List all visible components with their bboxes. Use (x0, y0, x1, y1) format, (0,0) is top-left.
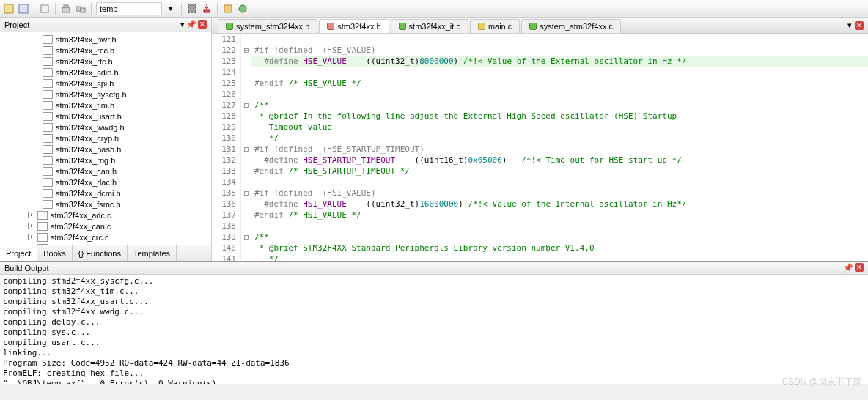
tree-file[interactable]: stm32f4xx_cryp.h (0, 133, 211, 144)
options-icon[interactable] (186, 3, 198, 15)
tab-label: stm32f4xx_it.c (409, 22, 460, 31)
build-output-panel: Build Output 📌 ✕ compiling stm32f4xx_sys… (0, 261, 868, 384)
tab-label: Project (6, 249, 31, 258)
tree-file[interactable]: +stm32f4xx_crc.c (0, 232, 211, 242)
expand-icon[interactable]: + (28, 223, 34, 229)
editor-tab[interactable]: stm32f4xx.h (319, 19, 389, 33)
rebuild-icon[interactable] (75, 3, 87, 15)
pin-icon[interactable]: 📌 (186, 20, 196, 29)
close-icon[interactable]: ✕ (198, 20, 207, 29)
tree-item-label: stm32f4xx_fsmc.h (56, 200, 121, 209)
tree-item-label: stm32f4xx_hash.h (56, 145, 121, 154)
tree-item-label: stm32f4xx_syscfg.h (56, 90, 127, 99)
tree-file[interactable]: stm32f4xx_dac.h (0, 177, 211, 188)
tree-file[interactable]: stm32f4xx_tim.h (0, 100, 211, 111)
tree-item-label: stm32f4xx_tim.h (56, 101, 114, 110)
target-select[interactable] (96, 2, 162, 15)
line-gutter: 1211221231241251261271281291301311321331… (212, 34, 241, 261)
tab-label: main.c (488, 22, 512, 31)
tree-file[interactable]: stm32f4xx_sdio.h (0, 67, 211, 78)
file-h-icon (43, 35, 53, 44)
separator (34, 3, 34, 15)
file-h-icon (43, 68, 53, 77)
build-output-title: Build Output (4, 264, 49, 273)
fold-column[interactable]: ⊟ ⊟ ⊟ ⊟ ⊟ ⊟ (241, 34, 251, 261)
tree-file[interactable]: stm32f4xx_pwr.h (0, 34, 211, 45)
tree-item-label: stm32f4xx_can.h (56, 167, 117, 176)
code-editor[interactable]: 1211221231241251261271281291301311321331… (212, 34, 868, 261)
tree-item-label: stm32f4xx_wwdg.h (56, 123, 125, 132)
project-panel-title: Project (4, 21, 29, 29)
svg-rect-4 (64, 5, 68, 7)
pin-icon[interactable]: 📌 (843, 263, 853, 273)
build-output-header: Build Output 📌 ✕ (0, 262, 868, 275)
tree-file[interactable]: stm32f4xx_fsmc.h (0, 199, 211, 210)
toolbar-button[interactable] (222, 3, 234, 15)
tree-file[interactable]: stm32f4xx_rng.h (0, 155, 211, 166)
tree-file[interactable]: +stm32f4xx_can.c (0, 221, 211, 232)
tree-item-label: stm32f4xx_rng.h (56, 156, 115, 165)
separator (181, 3, 182, 15)
toolbar-button[interactable] (39, 3, 51, 15)
svg-rect-1 (19, 4, 28, 13)
file-h-icon (43, 156, 53, 165)
project-panel-header: Project ▾ 📌 ✕ (0, 18, 211, 32)
project-tree[interactable]: stm32f4xx_pwr.hstm32f4xx_rcc.hstm32f4xx_… (0, 32, 211, 245)
tree-file[interactable]: stm32f4xx_spi.h (0, 78, 211, 89)
toolbar-button[interactable] (3, 3, 15, 15)
tab-label: Templates (133, 249, 170, 258)
editor-panel: system_stm32f4xx.hstm32f4xx.hstm32f4xx_i… (212, 18, 868, 261)
close-tab-icon[interactable]: ✕ (855, 21, 864, 30)
build-icon[interactable] (60, 3, 72, 15)
tree-file[interactable]: stm32f4xx_wwdg.h (0, 122, 211, 133)
panel-tab[interactable]: Books (37, 245, 73, 261)
file-h-icon (43, 200, 53, 209)
tab-label: system_stm32f4xx.h (236, 22, 309, 31)
tree-item-label: stm32f4xx_rcc.h (56, 46, 114, 55)
tree-item-label: stm32f4xx_usart.h (56, 112, 122, 121)
editor-tab[interactable]: system_stm32f4xx.h (218, 19, 317, 33)
tree-file[interactable]: stm32f4xx_rcc.h (0, 45, 211, 56)
dropdown-icon[interactable]: ▾ (165, 3, 177, 15)
expand-icon[interactable]: + (28, 234, 34, 240)
tree-item-label: stm32f4xx_adc.c (51, 211, 111, 220)
panel-bottom-tabs: ProjectBooks{} FunctionsTemplates (0, 245, 211, 261)
file-h-icon (43, 123, 53, 132)
download-icon[interactable] (201, 3, 213, 15)
expand-icon[interactable]: + (28, 212, 34, 218)
tree-file[interactable]: stm32f4xx_can.h (0, 166, 211, 177)
toolbar-button[interactable] (18, 3, 29, 15)
panel-tab[interactable]: {} Functions (73, 245, 128, 261)
file-h-icon (43, 178, 53, 187)
editor-tab[interactable]: main.c (470, 19, 520, 33)
svg-rect-8 (224, 5, 232, 12)
tree-item-label: stm32f4xx_spi.h (56, 79, 114, 88)
file-h-icon (43, 57, 53, 66)
tree-file[interactable]: stm32f4xx_rtc.h (0, 56, 211, 67)
file-h-icon (43, 46, 53, 55)
toolbar-button[interactable] (237, 3, 249, 15)
main-toolbar: ▾ (0, 0, 868, 18)
file-h-icon (43, 101, 53, 110)
tree-file[interactable]: stm32f4xx_hash.h (0, 144, 211, 155)
tree-file[interactable]: +stm32f4xx_adc.c (0, 210, 211, 221)
panel-tab[interactable]: Project (0, 245, 37, 261)
file-h-icon (43, 167, 53, 176)
tree-file[interactable]: stm32f4xx_usart.h (0, 111, 211, 122)
editor-tab[interactable]: stm32f4xx_it.c (391, 19, 468, 33)
dropdown-icon[interactable]: ▾ (847, 21, 852, 30)
code-content[interactable]: #if !defined (HSE_VALUE) #define HSE_VAL… (251, 34, 868, 261)
tree-file[interactable]: stm32f4xx_syscfg.h (0, 89, 211, 100)
editor-tab[interactable]: system_stm32f4xx.c (521, 19, 621, 33)
close-icon[interactable]: ✕ (855, 263, 864, 272)
build-output-content[interactable]: compiling stm32f4xx_syscfg.c... compilin… (0, 275, 868, 384)
panel-tab[interactable]: Templates (128, 245, 177, 261)
separator (217, 3, 218, 15)
svg-point-9 (239, 5, 246, 12)
panel-menu-icon[interactable]: ▾ (180, 20, 185, 29)
file-c-icon (37, 222, 48, 231)
tree-item-label: stm32f4xx_cryp.h (56, 134, 119, 143)
tab-label: {} Functions (78, 249, 121, 258)
tree-file[interactable]: stm32f4xx_dcmi.h (0, 188, 211, 199)
svg-rect-2 (41, 5, 48, 12)
